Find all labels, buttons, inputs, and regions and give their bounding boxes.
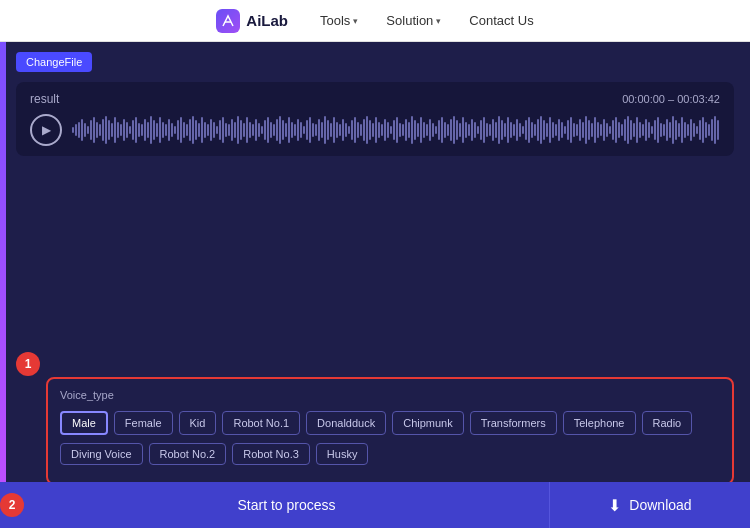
waveform-bar: [159, 117, 161, 142]
voice-type-button[interactable]: Kid: [179, 411, 217, 435]
waveform-bar: [633, 123, 635, 137]
waveform-bar: [204, 122, 206, 139]
waveform-bar: [507, 117, 509, 142]
waveform-bar: [399, 123, 401, 137]
nav-solution[interactable]: Solution ▾: [386, 13, 441, 28]
waveform-bar: [168, 119, 170, 141]
waveform-bar: [600, 124, 602, 135]
waveform-bar: [531, 122, 533, 139]
waveform-bar: [237, 116, 239, 144]
waveform-bar: [564, 126, 566, 134]
waveform-bar: [615, 117, 617, 142]
waveform-bar: [285, 123, 287, 137]
waveform-bar: [297, 119, 299, 141]
waveform-bar: [657, 117, 659, 142]
play-button[interactable]: ▶: [30, 114, 62, 146]
waveform-bar: [129, 126, 131, 134]
waveform-bar: [357, 122, 359, 139]
waveform-bar: [390, 126, 392, 134]
audio-player: ▶: [30, 114, 720, 146]
waveform-bar: [276, 119, 278, 141]
waveform-bar: [528, 117, 530, 142]
waveform-bar: [114, 117, 116, 142]
waveform-bar: [99, 124, 101, 135]
waveform-bar: [306, 120, 308, 140]
waveform-bar: [687, 124, 689, 135]
voice-type-button[interactable]: Chipmunk: [392, 411, 464, 435]
waveform-bar: [249, 122, 251, 139]
waveform-bar: [225, 123, 227, 137]
waveform-bar: [441, 117, 443, 142]
waveform-bar: [486, 123, 488, 137]
main-content: ChangeFile result 00:00:00 – 00:03:42 ▶ …: [0, 42, 750, 528]
side-accent: [0, 42, 6, 528]
voice-type-button[interactable]: Diving Voice: [60, 443, 143, 465]
waveform-bar: [261, 126, 263, 134]
waveform-bar: [105, 116, 107, 144]
waveform-bar: [123, 119, 125, 141]
waveform-bar: [546, 123, 548, 137]
waveform-bar: [207, 124, 209, 135]
waveform-bar: [93, 117, 95, 142]
waveform-bar: [561, 122, 563, 139]
voice-type-button[interactable]: Male: [60, 411, 108, 435]
waveform-bar: [699, 120, 701, 140]
waveform-bar: [312, 123, 314, 137]
waveform-bar: [645, 119, 647, 141]
waveform-bar: [438, 120, 440, 140]
waveform-bar: [684, 122, 686, 139]
waveform-bar: [231, 119, 233, 141]
waveform-bar: [201, 117, 203, 142]
chevron-down-icon: ▾: [353, 16, 358, 26]
voice-type-button[interactable]: Robot No.2: [149, 443, 227, 465]
waveform-bar: [255, 119, 257, 141]
nav-contact[interactable]: Contact Us: [469, 13, 533, 28]
waveform-bar: [195, 120, 197, 140]
waveform-bar: [609, 126, 611, 134]
waveform-bar: [96, 122, 98, 139]
waveform-bar: [453, 116, 455, 144]
waveform-bar: [621, 124, 623, 135]
voice-type-button[interactable]: Husky: [316, 443, 369, 465]
waveform-bar: [501, 120, 503, 140]
waveform-bar: [294, 124, 296, 135]
change-file-button[interactable]: ChangeFile: [16, 52, 92, 72]
waveform-bar: [573, 123, 575, 137]
waveform-bar: [666, 119, 668, 141]
step2-badge: 2: [0, 493, 24, 517]
waveform-bar: [585, 116, 587, 144]
download-button[interactable]: ⬇ Download: [550, 482, 750, 528]
waveform-bar: [675, 120, 677, 140]
waveform-bar: [636, 117, 638, 142]
waveform: [72, 114, 720, 146]
download-icon: ⬇: [608, 496, 621, 515]
waveform-bar: [483, 117, 485, 142]
waveform-bar: [156, 123, 158, 137]
nav-tools[interactable]: Tools ▾: [320, 13, 358, 28]
voice-type-button[interactable]: Robot No.3: [232, 443, 310, 465]
voice-type-button[interactable]: Transformers: [470, 411, 557, 435]
waveform-bar: [408, 122, 410, 139]
start-process-button[interactable]: Start to process: [24, 482, 550, 528]
voice-type-button[interactable]: Female: [114, 411, 173, 435]
waveform-bar: [678, 123, 680, 137]
waveform-bar: [252, 124, 254, 135]
voice-type-button[interactable]: Radio: [642, 411, 693, 435]
waveform-bar: [549, 117, 551, 142]
waveform-bar: [396, 117, 398, 142]
voice-type-button[interactable]: Donaldduck: [306, 411, 386, 435]
waveform-bar: [264, 120, 266, 140]
waveform-bar: [402, 124, 404, 135]
waveform-bar: [468, 124, 470, 135]
voice-type-button[interactable]: Telephone: [563, 411, 636, 435]
waveform-bar: [360, 124, 362, 135]
waveform-bar: [504, 123, 506, 137]
waveform-bar: [444, 122, 446, 139]
waveform-bar: [432, 123, 434, 137]
voice-type-button[interactable]: Robot No.1: [222, 411, 300, 435]
waveform-bar: [435, 126, 437, 134]
waveform-bar: [705, 122, 707, 139]
waveform-bar: [405, 119, 407, 141]
waveform-bar: [714, 116, 716, 144]
waveform-bar: [81, 119, 83, 141]
